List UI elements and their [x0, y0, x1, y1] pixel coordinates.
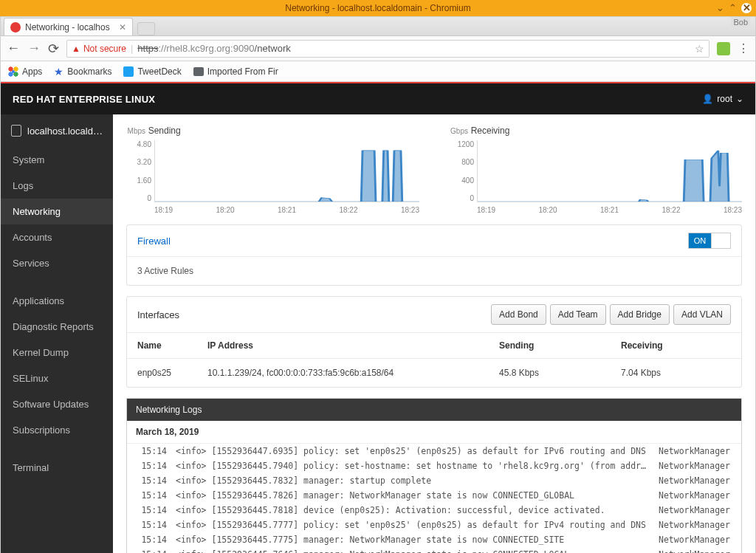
sidebar-item-services[interactable]: Services [1, 250, 113, 276]
x-axis: 18:1918:2018:2118:2218:23 [154, 206, 419, 214]
col-sending: Sending [489, 333, 611, 359]
twitter-icon [123, 66, 134, 77]
user-icon: 👤 [702, 94, 713, 104]
folder-icon [193, 67, 204, 76]
warning-icon: ▲ [72, 44, 80, 54]
sidebar-item-terminal[interactable]: Terminal [1, 455, 113, 481]
logs-date: March 18, 2019 [127, 421, 741, 444]
server-icon [11, 125, 21, 137]
apps-icon [8, 66, 18, 77]
main-content: Mbps Sending 4.803.201.600 18:1918:2018:… [113, 114, 755, 553]
sidebar-hostname[interactable]: localhost.locald… [1, 114, 113, 147]
x-axis: 18:1918:2018:2118:2218:23 [477, 206, 742, 214]
logs-title: Networking Logs [127, 399, 741, 421]
receiving-chart: Gbps Receiving 12008004000 18:1918:2018:… [449, 125, 742, 214]
window-titlebar: Networking - localhost.localdomain - Chr… [0, 0, 756, 16]
sending-chart: Mbps Sending 4.803.201.600 18:1918:2018:… [126, 125, 419, 214]
log-row[interactable]: 15:14<info> [1552936445.7777] policy: se… [127, 518, 741, 532]
tabstrip: Networking - localhos ✕ [1, 17, 755, 36]
close-tab-icon[interactable]: ✕ [119, 22, 126, 32]
reload-button[interactable]: ⟳ [48, 41, 59, 57]
extension-icon[interactable] [717, 42, 730, 55]
tweetdeck-shortcut[interactable]: TweetDeck [123, 66, 181, 77]
browser-toolbar: ← → ⟳ ▲ Not secure | https://rhel8.kc9rg… [1, 36, 755, 61]
interfaces-panel: Interfaces Add Bond Add Team Add Bridge … [126, 296, 742, 388]
browser-tab[interactable]: Networking - localhos ✕ [4, 18, 133, 35]
col-receiving: Receiving [611, 333, 741, 359]
browser-menu-icon[interactable]: ⋮ [738, 41, 749, 55]
sidebar-item-applications[interactable]: Applications [1, 288, 113, 314]
imported-shortcut[interactable]: Imported From Fir [193, 66, 278, 77]
new-tab-button[interactable] [137, 22, 155, 35]
interface-row[interactable]: enp0s25 10.1.1.239/24, fc00:0:0:0:733:fa… [127, 359, 741, 388]
sidebar-item-logs[interactable]: Logs [1, 173, 113, 199]
bookmarks-shortcut[interactable]: ★Bookmarks [54, 66, 111, 78]
firewall-rules-count: 3 Active Rules [127, 257, 741, 285]
sidebar-item-accounts[interactable]: Accounts [1, 224, 113, 250]
networking-logs-panel: Networking Logs March 18, 2019 15:14<inf… [126, 398, 742, 553]
tab-title: Networking - localhos [25, 22, 110, 32]
firewall-link[interactable]: Firewall [137, 236, 171, 247]
favicon-icon [10, 22, 21, 32]
sidebar-item-subscriptions[interactable]: Subscriptions [1, 417, 113, 443]
sidebar-item-selinux[interactable]: SELinux [1, 365, 113, 391]
col-name: Name [127, 333, 197, 359]
log-row[interactable]: 15:14<info> [1552936445.7940] policy: se… [127, 458, 741, 473]
chevron-down-icon: ⌄ [736, 94, 743, 104]
log-row[interactable]: 15:14<info> [1552936445.7826] manager: N… [127, 488, 741, 503]
star-icon: ★ [54, 66, 63, 78]
firewall-toggle[interactable]: ON [688, 233, 731, 249]
log-row[interactable]: 15:14<info> [1552936445.7775] manager: N… [127, 532, 741, 547]
sidebar-item-diagnostic[interactable]: Diagnostic Reports [1, 314, 113, 340]
sidebar: localhost.locald… System Logs Networking… [1, 114, 113, 553]
sidebar-item-kdump[interactable]: Kernel Dump [1, 340, 113, 365]
browser-frame: Networking - localhos ✕ ← → ⟳ ▲ Not secu… [0, 16, 756, 553]
user-menu[interactable]: 👤 root ⌄ [702, 94, 743, 104]
brand-title: RED HAT ENTERPRISE LINUX [13, 94, 155, 105]
sidebar-item-updates[interactable]: Software Updates [1, 391, 113, 417]
url-text: https://rhel8.kc9rg.org:9090/network [137, 43, 690, 54]
back-button[interactable]: ← [7, 41, 20, 56]
window-title: Networking - localhost.localdomain - Chr… [285, 3, 470, 13]
close-window-icon[interactable]: ✕ [741, 3, 752, 13]
y-axis: 4.803.201.600 [126, 140, 151, 202]
not-secure-badge[interactable]: ▲ Not secure [72, 44, 126, 54]
log-list: 15:14<info> [1552936447.6935] policy: se… [127, 444, 741, 553]
y-axis: 12008004000 [449, 140, 474, 202]
apps-shortcut[interactable]: Apps [8, 66, 42, 77]
add-team-button[interactable]: Add Team [550, 304, 606, 325]
col-ip: IP Address [197, 333, 489, 359]
firewall-panel: Firewall ON 3 Active Rules [126, 224, 742, 286]
add-bond-button[interactable]: Add Bond [491, 304, 546, 325]
add-bridge-button[interactable]: Add Bridge [610, 304, 670, 325]
interfaces-title: Interfaces [137, 309, 179, 320]
minimize-icon[interactable]: ⌄ [716, 2, 724, 13]
log-row[interactable]: 15:14<info> [1552936445.7646] manager: N… [127, 547, 741, 553]
bookmark-bar: Apps ★Bookmarks TweetDeck Imported From … [1, 61, 755, 82]
add-vlan-button[interactable]: Add VLAN [673, 304, 731, 325]
sidebar-item-networking[interactable]: Networking [1, 199, 113, 224]
log-row[interactable]: 15:14<info> [1552936445.7832] manager: s… [127, 473, 741, 488]
sidebar-item-system[interactable]: System [1, 147, 113, 173]
interfaces-table: Name IP Address Sending Receiving enp0s2… [127, 333, 741, 387]
log-row[interactable]: 15:14<info> [1552936445.7818] device (en… [127, 503, 741, 518]
maximize-icon[interactable]: ⌃ [729, 2, 737, 13]
forward-button[interactable]: → [27, 41, 41, 56]
desktop-user-badge: Bob [731, 17, 750, 27]
bookmark-star-icon[interactable]: ☆ [695, 43, 704, 55]
url-bar[interactable]: ▲ Not secure | https://rhel8.kc9rg.org:9… [66, 40, 709, 58]
app-header: RED HAT ENTERPRISE LINUX 👤 root ⌄ [1, 83, 755, 114]
log-row[interactable]: 15:14<info> [1552936447.6935] policy: se… [127, 444, 741, 458]
